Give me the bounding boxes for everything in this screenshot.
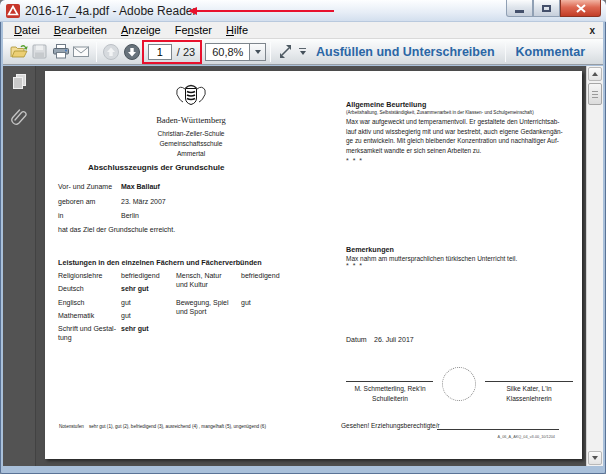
vertical-scrollbar[interactable]	[586, 66, 603, 466]
state-name: Baden-Württemberg	[111, 115, 271, 126]
toolbar: / 23 60,8% Ausfüllen und Unterschreiben …	[3, 39, 603, 65]
page-thumbnails-button[interactable]	[3, 66, 36, 96]
resize-view-icon	[277, 43, 294, 60]
menu-hilfe[interactable]: Hilfe	[219, 23, 255, 37]
subject-label: Mathematik	[58, 312, 94, 321]
guardian-signature-line	[437, 429, 559, 430]
signature-right: Silke Kater, L'in Klassenlehrerin	[474, 384, 584, 403]
signature-line	[346, 381, 433, 382]
titlebar[interactable]: 2016-17_4a.pdf - Adobe Reader	[0, 0, 606, 22]
scroll-down-icon	[592, 456, 598, 460]
grade-value: befriedigend	[121, 272, 160, 281]
navigation-pane	[3, 66, 36, 466]
menu-fenster[interactable]: Fenster	[168, 23, 219, 37]
goal-statement: hat das Ziel der Grundschule erreicht.	[58, 226, 175, 235]
next-page-icon	[123, 43, 141, 61]
assessment-stars: * * *	[346, 157, 363, 166]
field-label: in	[58, 212, 63, 219]
student-name-row: Vor- und Zuname Max Ballauf	[58, 183, 228, 192]
student-place-row: in Berlin	[58, 212, 228, 221]
grades-heading: Leistungen in den einzelnen Fächern und …	[58, 258, 262, 267]
next-page-button[interactable]	[121, 41, 142, 63]
grade-scale-text: sehr gut (1), gut (2), befriedigend (3),…	[89, 424, 266, 430]
previous-page-icon	[102, 43, 120, 61]
open-file-button[interactable]	[9, 41, 30, 63]
scroll-up-button[interactable]	[588, 67, 602, 81]
resize-view-button[interactable]	[275, 41, 296, 63]
grade-row: Bewegung, Spiel und Sport gut	[176, 299, 306, 317]
attachments-paperclip-icon	[10, 107, 30, 127]
form-code: A_06_A_AKQ_04_v3-00_10/1204	[455, 435, 555, 440]
scroll-down-button[interactable]	[588, 451, 602, 465]
email-icon	[72, 44, 90, 59]
document-canvas[interactable]: Baden-Württemberg Christian-Zeller-Schul…	[37, 66, 586, 466]
signature-line	[485, 381, 573, 382]
toolbar-overflow-button[interactable]	[299, 48, 306, 56]
grade-row: Schrift und Gestal- tung sehr gut	[58, 325, 228, 343]
save-button[interactable]	[30, 41, 51, 63]
fill-and-sign-button[interactable]: Ausfüllen und Unterschreiben	[306, 45, 505, 59]
zoom-dropdown-button[interactable]	[250, 43, 266, 61]
save-icon	[31, 43, 48, 60]
subject-label: Deutsch	[58, 285, 84, 294]
birth-place: Berlin	[121, 212, 139, 221]
pdf-page: Baden-Württemberg Christian-Zeller-Schul…	[45, 71, 582, 459]
grade-row: Mensch, Natur und Kultur befriedigend	[176, 272, 306, 290]
window-title: 2016-17_4a.pdf - Adobe Reader	[25, 4, 196, 18]
open-file-icon	[10, 43, 29, 60]
annotation-red-box	[142, 40, 202, 64]
subject-label: Englisch	[58, 299, 84, 308]
print-button[interactable]	[50, 41, 71, 63]
date-value: 26. Juli 2017	[374, 336, 414, 345]
field-label: geboren am	[58, 198, 95, 205]
remarks-stars: * * *	[346, 262, 363, 271]
toolbar-separator	[96, 42, 97, 62]
grade-value: befriedigend	[241, 272, 280, 281]
assessment-text: Max war aufgeweckt und temperamentvoll. …	[346, 117, 586, 155]
toolbar-overflow-icon	[299, 48, 306, 50]
certificate-title: Abschlusszeugnis der Grundschule	[88, 163, 224, 173]
grade-value: gut	[241, 299, 251, 308]
subject-label: Religionslehre	[58, 272, 102, 281]
birth-date: 23. März 2007	[121, 198, 166, 207]
subject-label: Schrift und Gestal- tung	[58, 325, 116, 343]
menu-anzeige[interactable]: Anzeige	[114, 23, 168, 37]
date-label: Datum	[346, 336, 367, 343]
field-label: Vor- und Zuname	[58, 183, 112, 190]
grade-value: gut	[121, 299, 131, 308]
menu-datei[interactable]: Datei	[7, 23, 47, 37]
student-born-row: geboren am 23. März 2007	[58, 198, 228, 207]
zoom-control: 60,8%	[205, 43, 266, 61]
signature-left: M. Schmetterling, Rek'in Schulleiterin	[335, 384, 445, 403]
grade-value: sehr gut	[121, 325, 149, 334]
scrollbar-thumb[interactable]	[588, 83, 602, 105]
assessment-criteria: (Arbeitshaltung, Selbstständigkeit, Zusa…	[346, 110, 582, 116]
coat-of-arms	[173, 82, 209, 112]
annotation-red-arrow	[188, 7, 334, 15]
toolbar-separator	[270, 42, 271, 62]
date-row: Datum 26. Juli 2017	[346, 336, 367, 345]
print-icon	[52, 43, 70, 60]
zoom-dropdown-icon	[255, 50, 261, 54]
close-document-button[interactable]: x	[589, 25, 595, 36]
menu-bearbeiten[interactable]: Bearbeiten	[47, 23, 114, 37]
maximize-button[interactable]	[533, 0, 560, 17]
email-button[interactable]	[71, 41, 92, 63]
minimize-icon	[515, 10, 524, 13]
remarks-text: Max nahm am muttersprachlichen türkische…	[346, 255, 586, 263]
adobe-reader-app-icon	[6, 4, 20, 18]
previous-page-button[interactable]	[101, 41, 122, 63]
toolbar-overflow-caret-icon	[300, 51, 306, 55]
minimize-button[interactable]	[506, 0, 533, 17]
adobe-reader-window: 2016-17_4a.pdf - Adobe Reader Datei Bear…	[0, 0, 606, 474]
main-area: Baden-Württemberg Christian-Zeller-Schul…	[3, 66, 603, 466]
comment-button[interactable]: Kommentar	[506, 45, 595, 59]
school-name: Christian-Zeller-Schule Gemeinschaftssch…	[111, 129, 271, 159]
close-button[interactable]	[560, 0, 601, 17]
close-icon	[576, 4, 586, 13]
zoom-value-field[interactable]: 60,8%	[205, 43, 250, 61]
maximize-icon	[542, 5, 551, 12]
assessment-heading: Allgemeine Beurteilung	[346, 100, 426, 109]
attachments-button[interactable]	[3, 102, 36, 132]
grade-scale-label: Notenstufen	[59, 424, 84, 430]
